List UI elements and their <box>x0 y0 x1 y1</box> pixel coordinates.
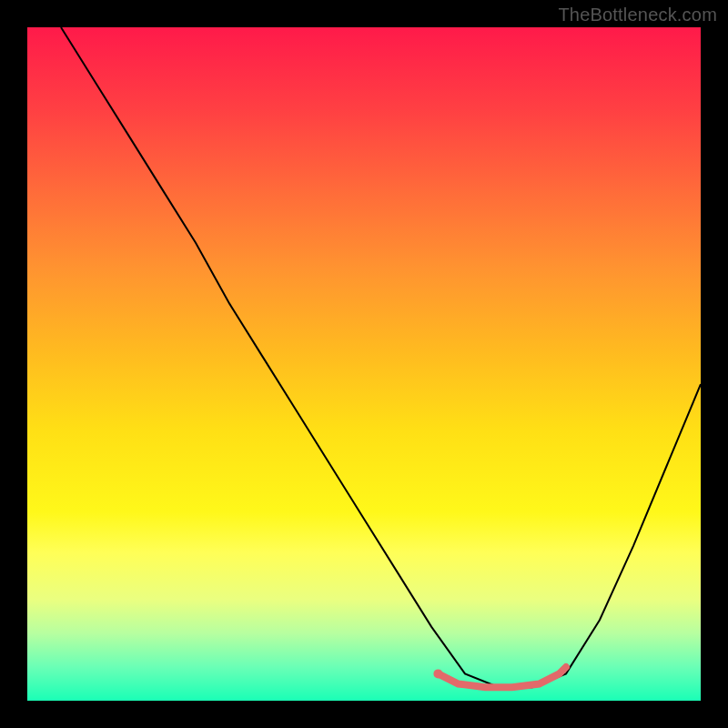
optimal-range-highlight <box>438 667 566 687</box>
watermark-text: TheBottleneck.com <box>558 5 717 25</box>
optimal-start-dot <box>433 669 442 678</box>
plot-area <box>27 27 701 701</box>
bottleneck-curve <box>61 27 701 687</box>
curve-svg <box>27 27 701 701</box>
chart-frame: TheBottleneck.com <box>0 0 728 728</box>
